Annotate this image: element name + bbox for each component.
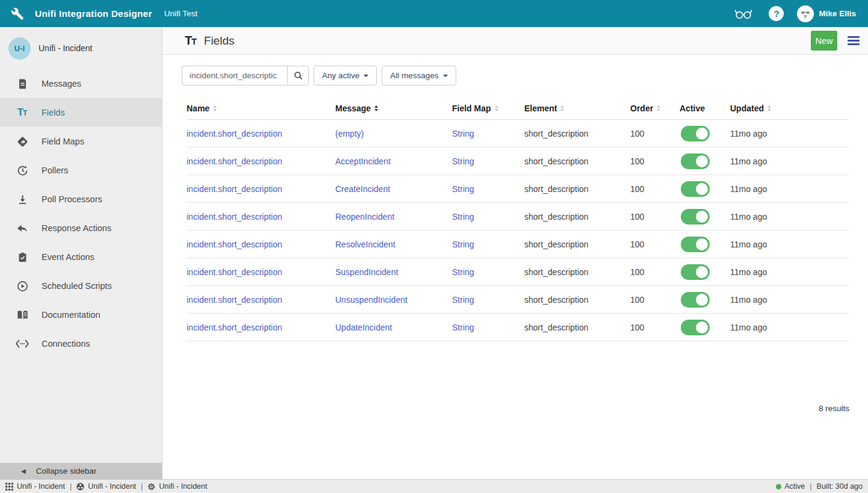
message-link[interactable]: (empty) [335, 129, 364, 138]
sidebar-item-fields[interactable]: TTFields [0, 98, 162, 127]
order-value: 100 [630, 323, 644, 332]
field-name-link[interactable]: incident.short_description [187, 323, 282, 332]
wheel-icon [76, 483, 84, 491]
message-link[interactable]: UnsuspendIncident [335, 295, 408, 305]
hamburger-icon[interactable] [848, 35, 860, 46]
active-toggle[interactable] [681, 126, 710, 141]
updated-value: 11mo ago [730, 240, 767, 249]
order-value: 100 [630, 129, 644, 138]
user-avatar-icon[interactable] [797, 5, 814, 22]
field-map-link[interactable]: String [452, 212, 474, 222]
field-map-link[interactable]: String [452, 323, 474, 332]
field-name-link[interactable]: incident.short_description [187, 184, 282, 194]
sidebar-item-field-maps[interactable]: Field Maps [0, 127, 162, 156]
column-label: Updated [730, 104, 764, 113]
grid-icon [5, 483, 13, 491]
active-toggle[interactable] [681, 209, 710, 225]
statusbar-separator: | [810, 482, 811, 491]
statusbar-separator: | [141, 482, 143, 491]
table-row: incident.short_descriptionSuspendInciden… [187, 258, 849, 286]
field-name-link[interactable]: incident.short_description [187, 157, 282, 166]
column-header-active: Active [680, 104, 730, 113]
field-name-link[interactable]: incident.short_description [187, 212, 282, 222]
active-toggle[interactable] [681, 153, 710, 169]
statusbar-integration[interactable]: Unifi - Incident [76, 482, 136, 491]
column-header-order[interactable]: Order [630, 104, 680, 113]
field-map-link[interactable]: String [452, 129, 474, 138]
glasses-icon[interactable] [734, 7, 753, 20]
sidebar-item-pollers[interactable]: Pollers [0, 156, 162, 185]
statusbar-integration-label: Unifi - Incident [17, 482, 65, 491]
message-link[interactable]: UpdateIncident [335, 323, 392, 332]
field-map-link[interactable]: String [452, 267, 474, 277]
sidebar-item-label: Response Actions [42, 223, 111, 233]
sort-carets-icon [213, 105, 217, 112]
sidebar-item-event-actions[interactable]: Event Actions [0, 243, 162, 271]
field-map-link[interactable]: String [452, 157, 474, 166]
messages-icon [15, 78, 29, 90]
fields-table: NameMessageField MapElementOrderActiveUp… [187, 98, 849, 341]
field-map-link[interactable]: String [452, 240, 474, 249]
column-label: Order [630, 104, 653, 113]
updated-value: 11mo ago [730, 212, 767, 222]
search-button[interactable] [287, 66, 309, 85]
order-value: 100 [630, 212, 644, 222]
active-filter-dropdown[interactable]: Any active [314, 66, 377, 85]
help-icon[interactable]: ? [769, 6, 784, 21]
environment-name: Unifi Test [164, 9, 197, 18]
filter-row: Any active All messages [182, 66, 868, 85]
column-header-name[interactable]: Name [187, 104, 335, 113]
sidebar-item-label: Pollers [42, 166, 68, 175]
field-map-link[interactable]: String [452, 295, 474, 305]
user-name[interactable]: Mike Ellis [819, 9, 856, 18]
field-name-link[interactable]: incident.short_description [187, 129, 282, 138]
table-row: incident.short_descriptionResolveInciden… [187, 231, 849, 258]
message-link[interactable]: ResolveIncident [335, 240, 395, 249]
column-header-message[interactable]: Message [335, 104, 452, 113]
column-label: Field Map [452, 104, 491, 113]
sidebar-item-label: Fields [42, 108, 65, 117]
column-header-element[interactable]: Element [524, 104, 630, 113]
sidebar-nav: MessagesTTFieldsField MapsPollersPoll Pr… [0, 69, 162, 358]
pollers-icon [15, 164, 29, 177]
active-toggle[interactable] [681, 292, 710, 308]
message-link[interactable]: ReopenIncident [335, 212, 394, 222]
active-toggle[interactable] [681, 181, 710, 197]
search-input[interactable] [182, 66, 287, 85]
message-link[interactable]: SuspendIncident [335, 267, 398, 277]
field-map-link[interactable]: String [452, 184, 474, 194]
message-link[interactable]: CreateIncident [335, 184, 390, 194]
search-icon [293, 70, 303, 81]
column-header-updated[interactable]: Updated [730, 104, 849, 113]
sidebar-item-documentation[interactable]: Documentation [0, 300, 162, 329]
new-button[interactable]: New [811, 31, 837, 51]
sidebar-item-scheduled-scripts[interactable]: Scheduled Scripts [0, 271, 162, 300]
sidebar-item-connections[interactable]: Connections [0, 329, 162, 358]
active-toggle[interactable] [681, 264, 710, 280]
statusbar-separator: | [70, 482, 72, 491]
sort-carets-icon [767, 105, 771, 112]
element-value: short_description [524, 295, 589, 305]
sidebar-app-row[interactable]: U-I Unifi - Incident [0, 27, 162, 69]
field-name-link[interactable]: incident.short_description [187, 295, 282, 305]
active-toggle[interactable] [681, 237, 710, 252]
sidebar-item-label: Documentation [42, 310, 101, 320]
sidebar-item-response-actions[interactable]: Response Actions [0, 214, 162, 243]
active-toggle[interactable] [681, 320, 710, 335]
collapse-sidebar-button[interactable]: ◀ Collapse sidebar [0, 463, 162, 479]
column-header-field-map[interactable]: Field Map [452, 104, 524, 113]
column-label: Active [680, 104, 705, 113]
sidebar-item-messages[interactable]: Messages [0, 69, 162, 98]
statusbar-integration[interactable]: Unifi - Incident [5, 482, 65, 491]
app-avatar: U-I [8, 37, 31, 60]
content: Any active All messages NameMessageField… [163, 66, 868, 413]
message-link[interactable]: AcceptIncident [335, 157, 391, 166]
chevron-down-icon [364, 75, 368, 77]
fields-icon: TT [185, 34, 197, 48]
field-name-link[interactable]: incident.short_description [187, 267, 282, 277]
sidebar-item-poll-processors[interactable]: Poll Processors [0, 185, 162, 214]
statusbar-integration[interactable]: Unifi - Incident [147, 482, 207, 491]
element-value: short_description [524, 157, 589, 166]
field-name-link[interactable]: incident.short_description [187, 240, 282, 249]
messages-filter-dropdown[interactable]: All messages [382, 66, 456, 85]
